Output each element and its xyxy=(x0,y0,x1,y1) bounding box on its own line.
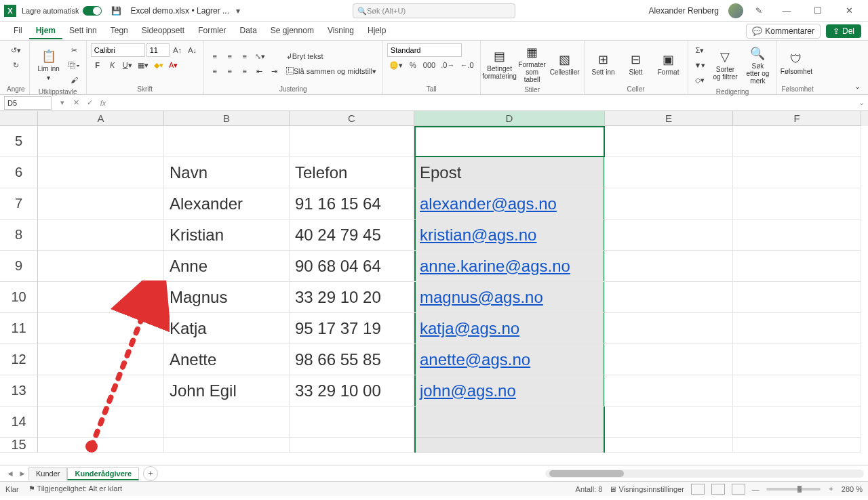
sheet-prev-button[interactable]: ◄ xyxy=(4,469,16,478)
cell-E11[interactable] xyxy=(605,313,733,344)
cell-C11[interactable]: 95 17 37 19 xyxy=(290,313,414,344)
row-header-5[interactable]: 5 xyxy=(0,126,38,157)
cell-E13[interactable] xyxy=(605,375,733,407)
fill-button[interactable]: ▼▾ xyxy=(692,58,708,72)
cell-B7[interactable]: Alexander xyxy=(164,188,290,220)
pencil-icon[interactable]: ✎ xyxy=(751,3,766,18)
cell-A8[interactable] xyxy=(38,220,164,251)
format-as-table-button[interactable]: ▦Formater som tabell xyxy=(517,43,547,85)
cell-F5[interactable] xyxy=(733,126,861,157)
avatar[interactable] xyxy=(728,3,743,18)
font-color-button[interactable]: A▾ xyxy=(167,58,180,72)
cell-B9[interactable]: Anne xyxy=(164,251,290,282)
format-painter-button[interactable]: 🖌 xyxy=(67,73,81,87)
tab-sett-inn[interactable]: Sett inn xyxy=(62,23,104,39)
name-box[interactable]: D5 xyxy=(4,96,52,110)
comments-button[interactable]: 💬 Kommentarer xyxy=(746,24,821,39)
cell-A11[interactable] xyxy=(38,313,164,344)
header-name[interactable]: Navn xyxy=(164,157,290,188)
tab-sideoppsett[interactable]: Sideoppsett xyxy=(135,23,191,39)
format-cells-button[interactable]: ▣Format xyxy=(654,51,684,77)
cancel-formula-button[interactable]: ✕ xyxy=(69,96,83,110)
row-header-6[interactable]: 6 xyxy=(0,157,38,188)
cell-E8[interactable] xyxy=(605,220,733,251)
collapse-ribbon-button[interactable]: ⌄ xyxy=(850,79,864,93)
tab-formler[interactable]: Formler xyxy=(191,23,233,39)
align-right-button[interactable]: ≡ xyxy=(238,64,252,78)
share-button[interactable]: ⇪ Del xyxy=(826,24,861,38)
wrap-text-button[interactable]: ↲ Bryt tekst xyxy=(284,49,326,63)
cell-F7[interactable] xyxy=(733,188,861,220)
tab-tegn[interactable]: Tegn xyxy=(104,23,135,39)
cell-B11[interactable]: Katja xyxy=(164,313,290,344)
cell-D12[interactable]: anette@ags.no xyxy=(414,344,605,375)
underline-button[interactable]: U▾ xyxy=(121,58,134,72)
fx-icon[interactable]: fx xyxy=(96,96,110,110)
cut-button[interactable]: ✂ xyxy=(67,43,81,57)
cell-E10[interactable] xyxy=(605,282,733,313)
cell-A13[interactable] xyxy=(38,375,164,407)
cell-B10[interactable]: Magnus xyxy=(164,282,290,313)
column-header-E[interactable]: E xyxy=(605,111,733,126)
cell-C8[interactable]: 40 24 79 45 xyxy=(290,220,414,251)
cell-B12[interactable]: Anette xyxy=(164,344,290,375)
tab-hjelp[interactable]: Hjelp xyxy=(361,23,393,39)
increase-indent-button[interactable]: ⇥ xyxy=(268,64,281,78)
cell-C12[interactable]: 98 66 55 85 xyxy=(290,344,414,375)
tab-fil[interactable]: Fil xyxy=(7,23,29,39)
conditional-formatting-button[interactable]: ▤Betinget formatering xyxy=(485,47,515,81)
cell-D8[interactable]: kristian@ags.no xyxy=(414,220,605,251)
cell-A5[interactable] xyxy=(38,126,164,157)
cell-D7[interactable]: alexander@ags.no xyxy=(414,188,605,220)
cell-A14[interactable] xyxy=(38,407,164,438)
row-header-7[interactable]: 7 xyxy=(0,188,38,220)
column-header-A[interactable]: A xyxy=(38,111,164,126)
cell-F15[interactable] xyxy=(733,438,861,453)
merge-button[interactable]: ⿺ Slå sammen og midtstill ▾ xyxy=(284,64,378,78)
scrollbar-thumb[interactable] xyxy=(549,470,624,477)
row-header-8[interactable]: 8 xyxy=(0,220,38,251)
italic-button[interactable]: K xyxy=(106,58,119,72)
add-sheet-button[interactable]: ＋ xyxy=(143,466,158,481)
chevron-down-icon[interactable]: ▾ xyxy=(56,96,69,110)
cell-B15[interactable] xyxy=(164,438,290,453)
row-header-14[interactable]: 14 xyxy=(0,407,38,438)
cell-F12[interactable] xyxy=(733,344,861,375)
cell-D10[interactable]: magnus@ags.no xyxy=(414,282,605,313)
cell-B14[interactable] xyxy=(164,407,290,438)
align-top-button[interactable]: ≡ xyxy=(208,49,222,63)
cell-B8[interactable]: Kristian xyxy=(164,220,290,251)
cell-F10[interactable] xyxy=(733,282,861,313)
number-format-select[interactable] xyxy=(387,43,462,57)
cell-C7[interactable]: 91 16 15 64 xyxy=(290,188,414,220)
font-size-select[interactable] xyxy=(146,43,170,57)
cell-E9[interactable] xyxy=(605,251,733,282)
header-phone[interactable]: Telefon xyxy=(290,157,414,188)
decrease-indent-button[interactable]: ⇤ xyxy=(253,64,267,78)
cell-E15[interactable] xyxy=(605,438,733,453)
cell-E7[interactable] xyxy=(605,188,733,220)
cell-A12[interactable] xyxy=(38,344,164,375)
search-input[interactable]: 🔍 Søk (Alt+U) xyxy=(353,3,515,18)
cell-F11[interactable] xyxy=(733,313,861,344)
sheet-next-button[interactable]: ► xyxy=(16,469,28,478)
save-icon[interactable]: 💾 xyxy=(108,3,123,18)
cell-B13[interactable]: John Egil xyxy=(164,375,290,407)
increase-decimal-button[interactable]: .0→ xyxy=(439,58,456,72)
formula-input[interactable] xyxy=(110,96,854,110)
column-header-C[interactable]: C xyxy=(290,111,414,126)
row-header-13[interactable]: 13 xyxy=(0,375,38,407)
autosum-button[interactable]: Σ▾ xyxy=(693,43,707,57)
autosave-toggle[interactable]: Lagre automatisk xyxy=(22,6,102,16)
cell-A9[interactable] xyxy=(38,251,164,282)
toggle-on-icon[interactable] xyxy=(83,6,102,16)
delete-cells-button[interactable]: ⊟Slett xyxy=(621,51,651,77)
header-email[interactable]: Epost xyxy=(414,157,605,188)
undo-button[interactable]: ↺▾ xyxy=(9,43,23,57)
cell-F6[interactable] xyxy=(733,157,861,188)
cell-D9[interactable]: anne.karine@ags.no xyxy=(414,251,605,282)
enter-formula-button[interactable]: ✓ xyxy=(83,96,96,110)
sheet-tab-kunder[interactable]: Kunder xyxy=(28,467,67,480)
cell-E6[interactable] xyxy=(605,157,733,188)
cell-A6[interactable] xyxy=(38,157,164,188)
